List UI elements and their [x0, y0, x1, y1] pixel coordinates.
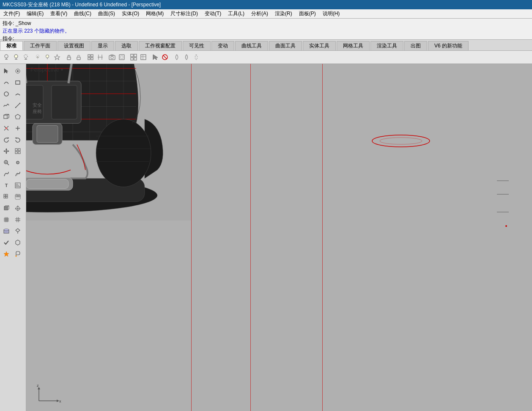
paint-tool[interactable]	[12, 248, 23, 259]
cross-tool[interactable]	[12, 123, 23, 134]
grid2-tool[interactable]	[12, 146, 23, 157]
circle-tool[interactable]	[1, 88, 12, 99]
pan-tool[interactable]	[12, 157, 23, 168]
svg-rect-30	[134, 58, 137, 60]
snap-icon-1[interactable]	[86, 52, 95, 62]
tab-row: 标准工作平面设置视图显示选取工作视窗配置可见性变动曲线工具曲面工具实体工具网格工…	[0, 40, 532, 51]
svg-point-178	[380, 138, 422, 144]
viewport[interactable]: Perspective ▼	[26, 64, 532, 411]
bulb-icon-2[interactable]	[43, 52, 52, 62]
svg-marker-106	[16, 229, 20, 232]
point-icon-2[interactable]	[182, 52, 191, 62]
light-icon-2[interactable]	[11, 52, 21, 62]
svg-point-36	[17, 70, 19, 72]
tab-11[interactable]: 网格工具	[337, 41, 370, 50]
rect-tool[interactable]	[12, 77, 23, 88]
grid-icon-1[interactable]	[129, 52, 138, 62]
tab-5[interactable]: 工作视窗配置	[139, 41, 182, 50]
tab-6[interactable]: 可见性	[183, 41, 211, 50]
tab-12[interactable]: 渲染工具	[370, 41, 403, 50]
lt-row-2	[1, 77, 25, 88]
camera-icon[interactable]	[107, 52, 117, 62]
menu-item-o[interactable]: 实体(O)	[118, 9, 143, 18]
tab-4[interactable]: 选取	[115, 41, 138, 50]
surface-tool[interactable]	[1, 226, 12, 237]
point-tool[interactable]	[12, 66, 23, 77]
polygon-tool[interactable]	[12, 111, 23, 122]
svg-point-54	[6, 128, 7, 129]
curve-tool[interactable]	[1, 77, 12, 88]
lt-row-1	[1, 66, 25, 77]
tab-9[interactable]: 曲面工具	[269, 41, 302, 50]
tab-10[interactable]: 实体工具	[303, 41, 336, 50]
tab-3[interactable]: 显示	[91, 41, 114, 50]
menu-item-s[interactable]: 曲面(S)	[95, 9, 118, 18]
grid4-tool[interactable]	[12, 214, 23, 225]
tab-1[interactable]: 工作平面	[24, 41, 57, 50]
fillet-tool[interactable]	[12, 168, 23, 179]
hexagon-tool[interactable]	[12, 237, 23, 248]
menu-item-p[interactable]: 面板(P)	[296, 9, 319, 18]
bulb-icon-1[interactable]	[33, 52, 42, 62]
solid-tool[interactable]	[1, 203, 12, 214]
menu-item-m[interactable]: 网格(M)	[143, 9, 167, 18]
trim-tool[interactable]	[1, 123, 12, 134]
lock-icon-2[interactable]	[74, 52, 83, 62]
zoom-tool[interactable]	[1, 157, 12, 168]
forbidden-icon[interactable]	[160, 52, 170, 62]
tab-13[interactable]: 出图	[404, 41, 427, 50]
point-icon-3[interactable]	[192, 52, 201, 62]
menu-item-e[interactable]: 编辑(E)	[23, 9, 47, 18]
icon-row	[0, 51, 532, 63]
light-icon-3[interactable]	[21, 52, 30, 62]
menu-item-f[interactable]: 文件(F)	[0, 9, 23, 18]
grid3-tool[interactable]	[1, 214, 12, 225]
move-tool[interactable]	[1, 146, 12, 157]
tab-8[interactable]: 曲线工具	[235, 41, 268, 50]
menu-item-r[interactable]: 渲染(R)	[271, 9, 296, 18]
lock-icon-1[interactable]	[64, 52, 74, 62]
menu-item-d[interactable]: 尺寸标注(D)	[167, 9, 201, 18]
select-tool[interactable]	[1, 66, 12, 77]
rotate-ccw-tool[interactable]	[1, 134, 12, 145]
menu-item-l[interactable]: 工具(L)	[225, 9, 248, 18]
arc-tool[interactable]	[12, 88, 23, 99]
tab-7[interactable]: 变动	[211, 41, 234, 50]
snap-icon-2[interactable]	[96, 52, 105, 62]
point-icon-1[interactable]	[172, 52, 181, 62]
menu-item-v[interactable]: 查看(V)	[47, 9, 71, 18]
tab-0[interactable]: 标准	[0, 41, 23, 50]
svg-rect-64	[18, 149, 20, 151]
grid-icon-2[interactable]	[139, 52, 148, 62]
svg-line-35	[163, 55, 167, 59]
light-icon-1[interactable]	[2, 52, 11, 62]
spline-tool[interactable]	[1, 100, 12, 111]
curve2-tool[interactable]	[1, 168, 12, 179]
extrude-tool[interactable]	[12, 226, 23, 237]
line-tool[interactable]	[12, 100, 23, 111]
rotate-cw-tool[interactable]	[12, 134, 23, 145]
viewport-label[interactable]: Perspective ▼	[30, 66, 64, 73]
menu-item-h[interactable]: 说明(H)	[319, 9, 343, 18]
hatch-tool[interactable]	[12, 180, 23, 191]
svg-point-11	[46, 55, 49, 58]
array-tool[interactable]	[1, 191, 12, 202]
frame-icon[interactable]	[117, 52, 126, 62]
mesh-tool[interactable]	[12, 203, 23, 214]
tab-14[interactable]: V6 的新功能	[428, 41, 469, 50]
menu-item-a[interactable]: 分析(A)	[248, 9, 271, 18]
svg-rect-26	[121, 56, 123, 58]
menu-item-c[interactable]: 曲线(C)	[71, 9, 95, 18]
check-tool[interactable]	[1, 237, 12, 248]
text-tool[interactable]: T	[1, 180, 12, 191]
tab-2[interactable]: 设置视图	[58, 41, 90, 50]
group-tool[interactable]	[12, 191, 23, 202]
box-tool[interactable]	[1, 111, 12, 122]
star-tool[interactable]	[1, 248, 12, 259]
menu-item-t[interactable]: 变动(T)	[201, 9, 225, 18]
status-line-2	[497, 194, 509, 195]
lt-row-12	[1, 191, 25, 202]
cursor-icon[interactable]	[151, 52, 160, 62]
left-toolbar: T	[0, 64, 26, 411]
bulb-icon-3[interactable]	[52, 52, 62, 62]
